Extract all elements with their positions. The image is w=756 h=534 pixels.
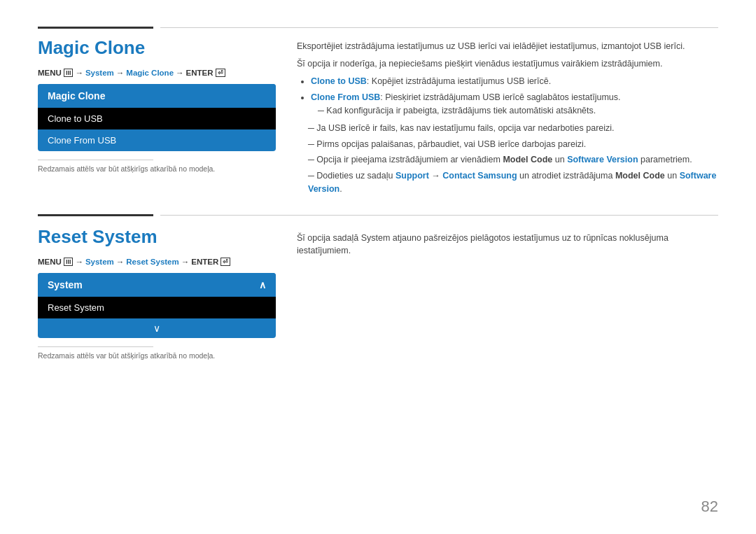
section-divider-light [160, 215, 718, 216]
indent3-bold1: Model Code [503, 155, 552, 164]
menu-icon: III [64, 69, 74, 77]
magic-clone-right: Eksportējiet izstrādājuma iestatījumus u… [297, 37, 718, 199]
rs-reset-label: Reset System [126, 258, 178, 266]
section-divider-dark [38, 214, 153, 216]
clone-to-usb-item[interactable]: Clone to USB [38, 108, 276, 129]
sub-bullets: Kad konfigurācija ir pabeigta, izstrādāj… [311, 104, 718, 118]
indent4-bold3: Model Code [615, 171, 665, 181]
intro1: Eksportējiet izstrādājuma iestatījumus u… [297, 40, 718, 53]
magic-clone-section: Magic Clone MENU III → System → Magic Cl… [38, 37, 718, 199]
magic-clone-panel: Magic Clone Clone to USB Clone From USB [38, 84, 276, 151]
rs-arrow2: → [116, 258, 125, 266]
bullet2-text: Piesķiriet izstrādājumam USB ierīcē sagl… [383, 92, 621, 102]
rs-arrow1: → [75, 258, 83, 266]
magic-clone-note: Redzamais attēls var būt atšķirīgs atkar… [38, 164, 276, 173]
indent-list: Ja USB ierīcē ir fails, kas nav iestatīj… [297, 122, 718, 196]
indent3-mid: un [552, 155, 567, 164]
clone-from-usb-label: Clone From USB [311, 92, 380, 102]
page-container: Magic Clone MENU III → System → Magic Cl… [0, 0, 756, 534]
magic-clone-menu-path: MENU III → System → Magic Clone → ENTER … [38, 69, 276, 77]
top-decorative-lines [38, 0, 718, 29]
rs-menu-icon: III [64, 258, 74, 266]
arrow2: → [116, 69, 125, 77]
reset-system-note: Redzamais attēls var būt atšķirīgs atkar… [38, 351, 276, 360]
clone-to-usb-label: Clone to USB [311, 76, 367, 86]
rs-enter-icon: ⏎ [220, 258, 230, 266]
reset-system-right: Šī opcija sadaļā System atjauno pašreizē… [297, 226, 718, 360]
system-header-label: System [48, 279, 83, 290]
panel-divider [38, 160, 153, 160]
bullet2: Clone From USB: Piesķiriet izstrādājumam… [311, 91, 718, 118]
indent2: Pirms opcijas palaišanas, pārbaudiet, va… [308, 138, 718, 151]
reset-system-section: Reset System MENU III → System → Reset S… [38, 226, 718, 360]
magic-clone-title: Magic Clone [38, 37, 276, 59]
top-line-light [160, 27, 718, 28]
reset-system-left: Reset System MENU III → System → Reset S… [38, 226, 276, 360]
reset-system-title: Reset System [38, 226, 276, 248]
arrow3: → [176, 69, 184, 77]
menu-label: MENU [38, 69, 62, 77]
arrow1: → [75, 69, 83, 77]
bullet1-text: Kopējiet izstrādājuma iestatījumus USB i… [369, 76, 551, 86]
system-panel-header: System ∧ [38, 273, 276, 297]
reset-system-text: Šī opcija sadaļā System atjauno pašreizē… [297, 232, 718, 258]
indent3: Opcija ir pieejama izstrādājumiem ar vie… [308, 153, 718, 167]
bullets-list: Clone to USB: Kopējiet izstrādājuma iest… [297, 75, 718, 118]
rs-arrow3: → [181, 258, 190, 266]
indent4-pre: Dodieties uz sadaļu [316, 171, 396, 181]
reset-system-menu-path: MENU III → System → Reset System → ENTER… [38, 258, 276, 266]
reset-panel-divider [38, 346, 153, 347]
reset-system-item[interactable]: Reset System [38, 297, 276, 318]
magic-clone-label: Magic Clone [126, 69, 174, 77]
rs-system-label: System [85, 258, 114, 266]
indent3-bold2: Software Version [567, 155, 638, 164]
page-number: 82 [701, 498, 718, 516]
enter-icon: ⏎ [216, 69, 225, 77]
indent4-bold1: Support [396, 171, 429, 181]
top-line-dark [38, 27, 153, 29]
enter-label: ENTER [186, 69, 214, 77]
indent4-mid: un atrodiet izstrādājuma [517, 171, 615, 181]
rs-menu-label: MENU [38, 258, 62, 266]
indent3-post: parametriem. [638, 155, 692, 164]
sub1: Kad konfigurācija ir pabeigta, izstrādāj… [318, 104, 718, 118]
indent4: Dodieties uz sadaļu Support → Contact Sa… [308, 169, 718, 196]
bullet1: Clone to USB: Kopējiet izstrādājuma iest… [311, 75, 718, 88]
panel-header: Magic Clone [38, 84, 276, 108]
system-label: System [85, 69, 114, 77]
clone-from-usb-item[interactable]: Clone From USB [38, 129, 276, 151]
chevron-down-icon: ∨ [38, 318, 276, 338]
indent4-mid2: un [665, 171, 680, 181]
indent4-bold2: Contact Samsung [442, 171, 517, 181]
section-divider [38, 214, 718, 216]
magic-clone-left: Magic Clone MENU III → System → Magic Cl… [38, 37, 276, 199]
indent3-pre: Opcija ir pieejama izstrādājumiem ar vie… [316, 155, 503, 164]
indent4-post: . [340, 184, 342, 194]
indent1: Ja USB ierīcē ir fails, kas nav iestatīj… [308, 122, 718, 135]
rs-enter-label: ENTER [191, 258, 218, 266]
system-panel: System ∧ Reset System ∨ [38, 273, 276, 338]
intro2: Šī opcija ir noderīga, ja nepieciešams p… [297, 57, 718, 71]
chevron-up-icon: ∧ [259, 279, 266, 290]
indent4-arr: → [429, 171, 442, 181]
